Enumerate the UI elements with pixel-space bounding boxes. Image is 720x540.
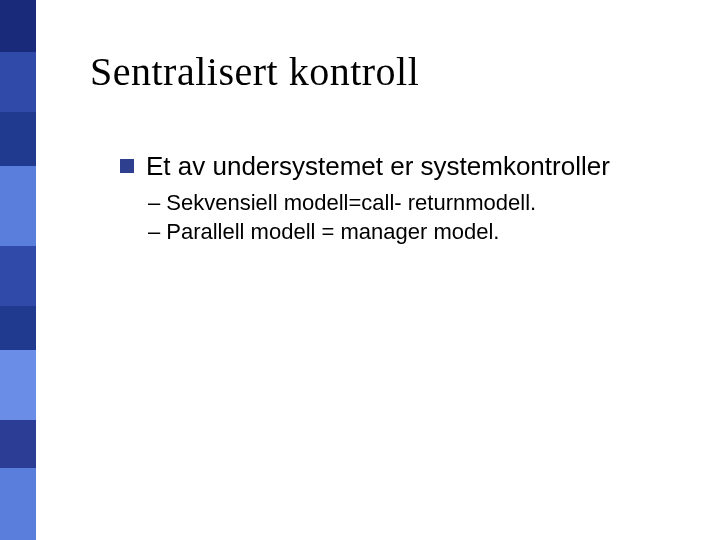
sidebar-block bbox=[0, 306, 36, 350]
sidebar-block bbox=[0, 350, 36, 420]
slide-title: Sentralisert kontroll bbox=[90, 48, 419, 95]
sidebar-block bbox=[0, 420, 36, 468]
sidebar-block bbox=[0, 0, 36, 52]
sidebar-block bbox=[0, 166, 36, 246]
decorative-sidebar bbox=[0, 0, 36, 540]
bullet-level2-text: Parallell modell = manager model. bbox=[166, 218, 499, 246]
bullet-level2-text: Sekvensiell modell=call- returnmodell. bbox=[166, 189, 536, 217]
bullet-level2: – Parallell modell = manager model. bbox=[148, 218, 680, 246]
bullet-level1: Et av undersystemet er systemkontroller bbox=[120, 150, 680, 183]
bullet-level2: – Sekvensiell modell=call- returnmodell. bbox=[148, 189, 680, 217]
sidebar-block bbox=[0, 246, 36, 306]
slide: Sentralisert kontroll Et av undersysteme… bbox=[0, 0, 720, 540]
square-bullet-icon bbox=[120, 159, 134, 173]
dash-bullet-icon: – bbox=[148, 218, 160, 246]
dash-bullet-icon: – bbox=[148, 189, 160, 217]
bullet-level2-group: – Sekvensiell modell=call- returnmodell.… bbox=[148, 189, 680, 246]
bullet-level1-text: Et av undersystemet er systemkontroller bbox=[146, 150, 610, 183]
sidebar-block bbox=[0, 468, 36, 540]
slide-body: Et av undersystemet er systemkontroller … bbox=[120, 150, 680, 248]
sidebar-block bbox=[0, 112, 36, 166]
sidebar-block bbox=[0, 52, 36, 112]
